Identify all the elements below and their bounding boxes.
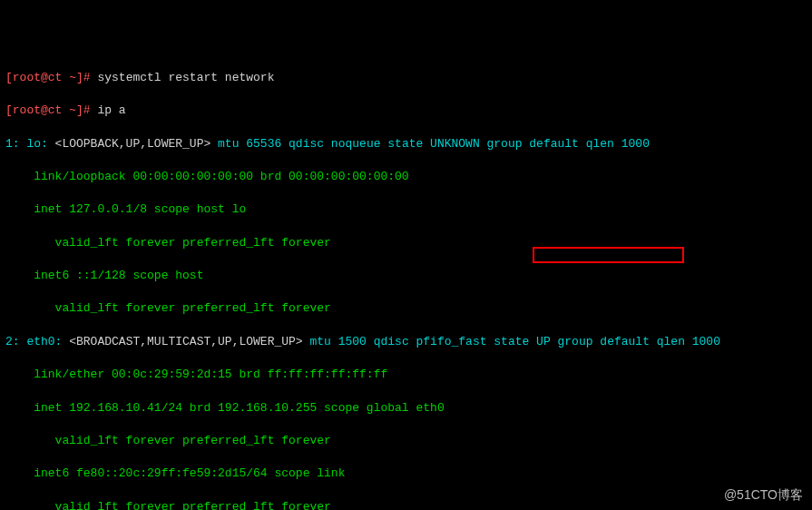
iface-lo-valid: valid_lft forever preferred_lft forever <box>5 235 807 251</box>
shell-prompt: [root@ct ~]# <box>5 103 97 117</box>
iface-lo-inet: inet 127.0.0.1/8 scope host lo <box>5 201 807 218</box>
command-text: ip a <box>97 103 125 117</box>
iface-lo-link: link/loopback 00:00:00:00:00:00 brd 00:0… <box>5 169 807 185</box>
iface-eth0-valid6: valid_lft forever preferred_lft forever <box>5 499 807 510</box>
iface-eth0-inet6: inet6 fe80::20c:29ff:fe59:2d15/64 scope … <box>5 466 807 482</box>
iface-eth0-valid: valid_lft forever preferred_lft forever <box>5 433 807 449</box>
iface-lo-valid6: valid_lft forever preferred_lft forever <box>5 300 807 317</box>
watermark-text: @51CTO博客 <box>724 486 803 505</box>
iface-eth0-inet: inet 192.168.10.41/24 brd 192.168.10.255… <box>5 400 807 417</box>
iface-eth0-link: link/ether 00:0c:29:59:2d:15 brd ff:ff:f… <box>5 367 807 383</box>
iface-eth0-header: 2: eth0: <BROADCAST,MULTICAST,UP,LOWER_U… <box>5 334 807 350</box>
iface-lo-inet6: inet6 ::1/128 scope host <box>5 268 807 284</box>
command-text: systemctl restart network <box>97 71 274 84</box>
shell-prompt: [root@ct ~]# <box>5 71 97 84</box>
cmd-line-2: [root@ct ~]# ip a <box>5 103 807 119</box>
iface-lo-header: 1: lo: <LOOPBACK,UP,LOWER_UP> mtu 65536 … <box>5 136 807 152</box>
cmd-line-1: [root@ct ~]# systemctl restart network <box>5 70 807 86</box>
